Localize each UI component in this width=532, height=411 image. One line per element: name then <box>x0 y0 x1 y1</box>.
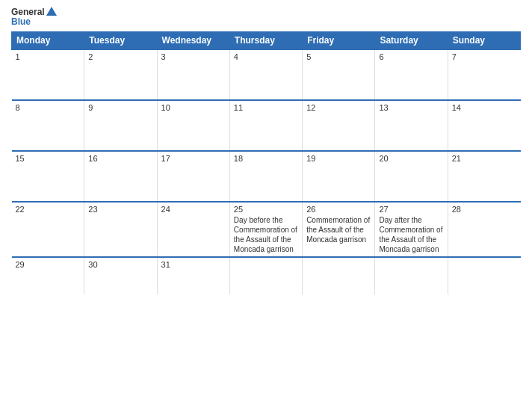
event-label: Day before the Commemoration of the Assa… <box>234 216 297 253</box>
calendar-cell: 30 <box>84 257 157 294</box>
day-number: 5 <box>306 52 371 61</box>
weekday-friday: Friday <box>303 32 375 50</box>
day-number: 2 <box>88 52 152 61</box>
calendar-row: 1234567 <box>12 49 521 100</box>
calendar-row: 293031 <box>12 257 521 294</box>
calendar-table: Monday Tuesday Wednesday Thursday Friday… <box>11 31 521 294</box>
calendar-cell: 7 <box>448 49 520 100</box>
calendar-cell: 1 <box>12 49 84 100</box>
calendar-cell: 26Commemoration of the Assault of the Mo… <box>303 202 375 257</box>
calendar-cell: 9 <box>84 100 157 151</box>
day-number: 26 <box>306 205 371 214</box>
day-number: 11 <box>234 103 298 112</box>
day-number: 1 <box>16 52 81 61</box>
calendar-cell <box>303 257 375 294</box>
day-number: 12 <box>306 103 371 112</box>
day-number: 18 <box>234 154 298 163</box>
calendar-cell: 11 <box>229 100 302 151</box>
calendar-cell: 28 <box>448 202 520 257</box>
calendar-page: General Blue Monday Tuesday Wednesday Th… <box>0 0 532 411</box>
calendar-cell: 31 <box>157 257 229 294</box>
calendar-cell: 2 <box>84 49 157 100</box>
day-number: 27 <box>379 205 443 214</box>
calendar-cell: 22 <box>12 202 84 257</box>
calendar-cell <box>375 257 448 294</box>
day-number: 28 <box>452 205 517 214</box>
logo: General Blue <box>11 7 57 27</box>
day-number: 4 <box>234 52 298 61</box>
logo-blue: Blue <box>11 17 57 27</box>
calendar-cell: 25Day before the Commemoration of the As… <box>229 202 302 257</box>
calendar-cell: 20 <box>375 151 448 202</box>
calendar-cell <box>448 257 520 294</box>
day-number: 7 <box>452 52 517 61</box>
calendar-cell: 5 <box>303 49 375 100</box>
day-number: 25 <box>234 205 298 214</box>
day-number: 9 <box>88 103 152 112</box>
calendar-header-row: Monday Tuesday Wednesday Thursday Friday… <box>12 32 521 50</box>
day-number: 13 <box>379 103 443 112</box>
calendar-cell: 29 <box>12 257 84 294</box>
day-number: 17 <box>161 154 226 163</box>
calendar-cell: 23 <box>84 202 157 257</box>
day-number: 24 <box>161 205 226 214</box>
calendar-cell: 14 <box>448 100 520 151</box>
calendar-cell: 8 <box>12 100 84 151</box>
day-number: 20 <box>379 154 443 163</box>
logo-triangle-icon <box>46 7 57 16</box>
weekday-sunday: Sunday <box>448 32 520 50</box>
calendar-header: General Blue <box>11 7 521 27</box>
logo-text: General Blue <box>11 7 57 27</box>
event-label: Commemoration of the Assault of the Monc… <box>306 216 370 244</box>
day-number: 30 <box>88 260 152 269</box>
day-number: 10 <box>161 103 226 112</box>
day-number: 14 <box>452 103 517 112</box>
calendar-cell: 10 <box>157 100 229 151</box>
day-number: 22 <box>16 205 81 214</box>
calendar-cell: 13 <box>375 100 448 151</box>
weekday-wednesday: Wednesday <box>157 32 229 50</box>
calendar-cell <box>229 257 302 294</box>
weekday-thursday: Thursday <box>229 32 302 50</box>
calendar-body: 1234567891011121314151617181920212223242… <box>12 49 521 294</box>
event-label: Day after the Commemoration of the Assau… <box>379 216 442 253</box>
calendar-cell: 24 <box>157 202 229 257</box>
calendar-cell: 21 <box>448 151 520 202</box>
calendar-row: 15161718192021 <box>12 151 521 202</box>
day-number: 23 <box>88 205 152 214</box>
calendar-cell: 3 <box>157 49 229 100</box>
calendar-cell: 18 <box>229 151 302 202</box>
day-number: 8 <box>16 103 81 112</box>
calendar-row: 891011121314 <box>12 100 521 151</box>
day-number: 15 <box>16 154 81 163</box>
day-number: 19 <box>306 154 371 163</box>
day-number: 6 <box>379 52 443 61</box>
calendar-cell: 12 <box>303 100 375 151</box>
calendar-cell: 19 <box>303 151 375 202</box>
weekday-saturday: Saturday <box>375 32 448 50</box>
calendar-cell: 6 <box>375 49 448 100</box>
calendar-cell: 16 <box>84 151 157 202</box>
calendar-cell: 17 <box>157 151 229 202</box>
day-number: 31 <box>161 260 226 269</box>
day-number: 3 <box>161 52 226 61</box>
day-number: 21 <box>452 154 517 163</box>
calendar-cell: 27Day after the Commemoration of the Ass… <box>375 202 448 257</box>
day-number: 29 <box>16 260 81 269</box>
calendar-cell: 4 <box>229 49 302 100</box>
weekday-monday: Monday <box>12 32 84 50</box>
weekday-row: Monday Tuesday Wednesday Thursday Friday… <box>12 32 521 50</box>
day-number: 16 <box>88 154 152 163</box>
weekday-tuesday: Tuesday <box>84 32 157 50</box>
calendar-cell: 15 <box>12 151 84 202</box>
calendar-row: 22232425Day before the Commemoration of … <box>12 202 521 257</box>
